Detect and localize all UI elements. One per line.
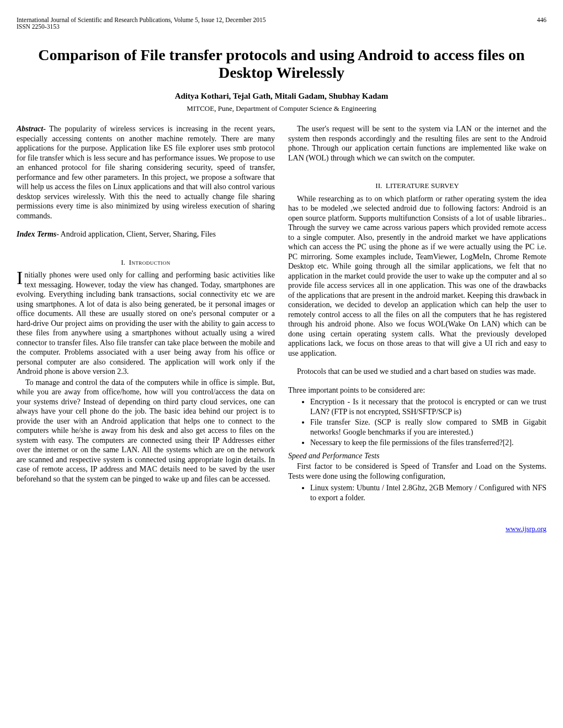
running-header: International Journal of Scientific and … (17, 17, 546, 30)
section-heading-literature: II. LITERATURE SURVEY (288, 181, 546, 190)
footer-link[interactable]: www.ijsrp.org (506, 524, 546, 533)
points-intro: Three important points to be considered … (288, 386, 546, 395)
journal-citation: International Journal of Scientific and … (17, 17, 265, 23)
section-number: I. (121, 258, 125, 266)
authors-line: Aditya Kothari, Tejal Gath, Mitali Gadam… (17, 92, 546, 101)
speed-subheading: Speed and Performance Tests (288, 451, 546, 461)
intro-para-1: Initially phones were used only for call… (17, 270, 275, 377)
list-item: Encryption - Is it necessary that the pr… (310, 397, 546, 416)
section-title: LITERATURE SURVEY (386, 181, 459, 190)
index-terms-paragraph: Index Terms- Android application, Client… (17, 229, 275, 239)
lit-para-2: Protocols that can be used we studied an… (288, 367, 546, 377)
list-item: File transfer Size. (SCP is really slow … (310, 417, 546, 437)
abstract-text: The popularity of wireless services is i… (17, 125, 275, 220)
abstract-paragraph: Abstract- The popularity of wireless ser… (17, 124, 275, 221)
index-terms-text: - Android application, Client, Server, S… (56, 230, 216, 238)
intro-para-2: To manage and control the data of the co… (17, 378, 275, 484)
list-item: Linux system: Ubuntu / Intel 2.8Ghz, 2GB… (310, 483, 546, 502)
index-terms-label: Index Terms (17, 230, 56, 238)
section-title: Introduction (129, 258, 170, 266)
issn-line: ISSN 2250-3153 (17, 23, 60, 30)
section-number: II. (375, 181, 382, 190)
abstract-label: Abstract- (17, 125, 46, 133)
intro-para-3: The user's request will be sent to the s… (288, 124, 546, 163)
paper-title: Comparison of File transfer protocols an… (17, 46, 546, 82)
config-list: Linux system: Ubuntu / Intel 2.8Ghz, 2GB… (288, 483, 546, 502)
speed-para-1: First factor to be considered is Speed o… (288, 462, 546, 481)
considerations-list: Encryption - Is it necessary that the pr… (288, 397, 546, 448)
body-columns: Abstract- The popularity of wireless ser… (17, 124, 546, 502)
page-number: 446 (537, 17, 546, 23)
affiliation-line: MITCOE, Pune, Department of Computer Sci… (17, 104, 546, 113)
list-item: Necessary to keep the file permissions o… (310, 438, 546, 448)
lit-para-1: While researching as to on which platfor… (288, 194, 546, 358)
page-footer: www.ijsrp.org (17, 524, 546, 533)
section-heading-introduction: I. Introduction (17, 258, 275, 267)
